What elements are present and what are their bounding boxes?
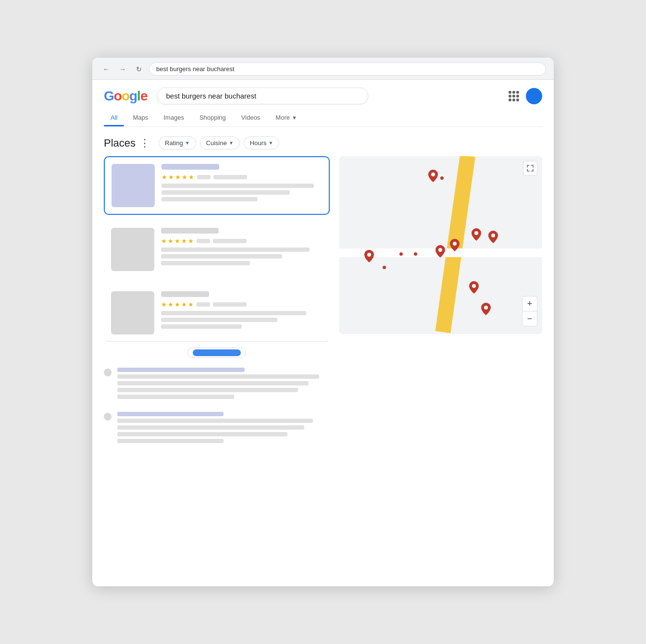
tab-all[interactable]: All: [104, 110, 124, 126]
chevron-down-icon: ▼: [292, 115, 297, 121]
organic-line: [117, 374, 319, 379]
chevron-down-icon: ▼: [268, 140, 273, 146]
search-input[interactable]: [157, 87, 368, 104]
avatar[interactable]: [526, 88, 542, 104]
star-icon: ★: [182, 173, 187, 181]
tab-images[interactable]: Images: [157, 110, 191, 126]
star-icon: ★: [181, 301, 187, 308]
grid-dot: [509, 95, 511, 98]
right-panel: + −: [339, 156, 542, 456]
svg-point-7: [484, 306, 488, 310]
rating-label: Rating: [165, 139, 183, 147]
map-pin-3[interactable]: [450, 239, 460, 251]
hours-label: Hours: [250, 139, 267, 147]
places-title: Places: [104, 137, 136, 149]
star-half-icon: ★: [188, 173, 194, 181]
grid-dot: [516, 95, 519, 98]
left-panel: ★ ★ ★ ★ ★: [104, 156, 330, 456]
tab-videos[interactable]: Videos: [235, 110, 267, 126]
more-results-button[interactable]: [187, 347, 246, 358]
organic-item-1: [104, 368, 330, 401]
rating-filter[interactable]: Rating ▼: [159, 136, 196, 149]
place-card-2[interactable]: ★ ★ ★ ★ ★: [104, 221, 330, 278]
map-pin-1[interactable]: [428, 170, 438, 182]
google-header: G o o g l e: [104, 87, 542, 104]
logo-o1-letter: o: [114, 88, 122, 104]
map-pin-5[interactable]: [435, 245, 445, 258]
expand-icon: [527, 165, 534, 172]
svg-point-6: [472, 284, 476, 288]
place-image-3: [111, 291, 154, 334]
desc-line: [161, 324, 242, 329]
main-content: ★ ★ ★ ★ ★: [104, 156, 542, 456]
rating-line: [213, 239, 247, 243]
map-background: + −: [339, 156, 542, 334]
stars-1: ★ ★ ★ ★ ★: [162, 173, 322, 181]
map-pin-8[interactable]: [481, 303, 491, 315]
map-pin-7[interactable]: [469, 281, 479, 294]
rating-line: [213, 302, 247, 307]
map-container[interactable]: + −: [339, 156, 542, 334]
organic-results: [104, 368, 330, 446]
organic-line: [117, 432, 287, 436]
logo-o2-letter: o: [122, 88, 129, 104]
place-name-bar-3: [161, 291, 209, 297]
svg-point-2: [453, 242, 457, 246]
star-icon: ★: [161, 237, 167, 245]
address-bar[interactable]: [149, 62, 546, 75]
map-pin-4[interactable]: [472, 228, 481, 241]
browser-nav: ← → ↻: [100, 62, 546, 75]
star-icon: ★: [168, 301, 174, 308]
places-menu-icon[interactable]: ⋮: [139, 137, 151, 149]
hours-filter[interactable]: Hours ▼: [244, 136, 280, 149]
more-results-btn-wrap: [104, 347, 330, 358]
apps-icon[interactable]: [509, 91, 519, 101]
organic-title-line: [117, 412, 224, 416]
tab-more[interactable]: More ▼: [269, 110, 304, 126]
logo-l-letter: l: [137, 88, 140, 104]
search-bar-wrap: [157, 87, 368, 104]
rating-line: [213, 175, 247, 179]
tab-shopping[interactable]: Shopping: [193, 110, 233, 126]
place-name-bar-1: [162, 164, 219, 170]
reload-button[interactable]: ↻: [133, 63, 145, 75]
desc-line: [161, 318, 277, 322]
star-icon: ★: [168, 173, 174, 181]
grid-dot: [516, 99, 519, 101]
google-page: G o o g l e: [92, 80, 554, 475]
desc-lines-3: [161, 311, 323, 329]
filter-chips: Rating ▼ Cuisine ▼ Hours ▼: [159, 136, 279, 149]
star-icon: ★: [175, 173, 181, 181]
place-card-1[interactable]: ★ ★ ★ ★ ★: [104, 156, 330, 215]
google-logo: G o o g l e: [104, 88, 147, 104]
desc-line: [161, 311, 306, 315]
places-header: Places ⋮ Rating ▼ Cuisine ▼ Hours ▼: [104, 136, 542, 149]
organic-lines-1: [117, 368, 330, 401]
organic-line: [117, 419, 313, 423]
desc-line: [161, 248, 310, 252]
chevron-down-icon: ▼: [185, 140, 190, 146]
star-icon: ★: [188, 237, 194, 245]
rating-count: [197, 239, 210, 243]
organic-line: [117, 439, 224, 443]
grid-dot: [512, 91, 515, 94]
organic-line: [117, 395, 234, 399]
organic-line: [117, 388, 298, 392]
zoom-in-button[interactable]: +: [522, 297, 537, 311]
map-pin-6[interactable]: [488, 231, 498, 243]
header-right: [509, 88, 542, 104]
map-pin-2[interactable]: [364, 250, 374, 262]
cuisine-filter[interactable]: Cuisine ▼: [200, 136, 240, 149]
organic-line: [117, 425, 304, 430]
map-expand-button[interactable]: [523, 161, 537, 175]
desc-lines-1: [162, 184, 322, 201]
zoom-out-button[interactable]: −: [522, 311, 537, 326]
forward-button[interactable]: →: [116, 63, 129, 75]
svg-point-3: [474, 231, 478, 235]
back-button[interactable]: ←: [100, 63, 112, 75]
star-icon: ★: [161, 301, 167, 308]
tab-maps[interactable]: Maps: [126, 110, 155, 126]
btn-highlight: [193, 349, 241, 356]
place-card-3[interactable]: ★ ★ ★ ★ ★: [104, 284, 330, 342]
organic-title-line: [117, 368, 245, 372]
